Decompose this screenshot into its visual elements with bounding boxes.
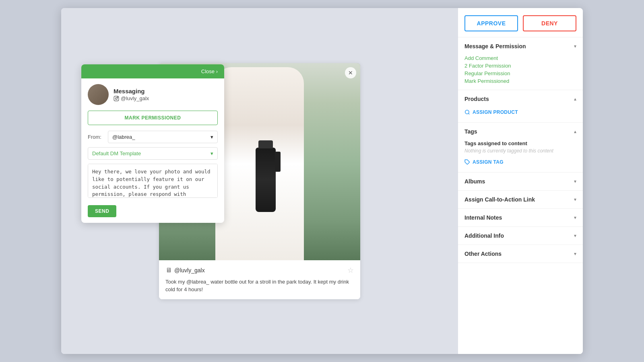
mark-permissioned-link[interactable]: Mark Permissioned [464, 78, 576, 84]
additional-info-section: Additional Info ▾ [458, 227, 583, 245]
tags-title: Tags [464, 128, 477, 135]
messaging-title: Messaging [114, 88, 149, 95]
svg-point-4 [465, 110, 469, 114]
albums-header[interactable]: Albums ▾ [458, 173, 583, 190]
additional-info-chevron: ▾ [574, 233, 576, 239]
user-info-row: Messaging @luvly_galx [88, 84, 218, 105]
internal-notes-header[interactable]: Internal Notes ▾ [458, 209, 583, 226]
from-select-arrow: ▾ [211, 134, 213, 140]
image-close-button[interactable]: ✕ [345, 67, 356, 78]
svg-point-2 [116, 97, 118, 99]
send-button[interactable]: SEND [88, 205, 116, 217]
message-textarea[interactable]: Hey there, we love your photo and would … [88, 164, 218, 198]
tags-content: Tags assigned to content Nothing is curr… [458, 140, 583, 172]
internal-notes-section: Internal Notes ▾ [458, 209, 583, 227]
mark-permissioned-button[interactable]: MARK PERMISSIONED [88, 111, 218, 125]
cta-chevron: ▾ [574, 197, 576, 202]
other-actions-header[interactable]: Other Actions ▾ [458, 245, 583, 263]
tags-chevron: ▴ [574, 129, 576, 134]
cta-title: Assign Call-to-Action Link [464, 196, 535, 203]
products-title: Products [464, 96, 489, 102]
messaging-close-button[interactable]: Close › [201, 68, 218, 74]
permission-links: Add Comment 2 Factor Permission Regular … [464, 55, 576, 84]
add-comment-link[interactable]: Add Comment [464, 55, 576, 61]
content-area: ✕ › 🖥 @luvly_galx ☆ Took my @labrea_ wat… [61, 8, 458, 354]
svg-point-3 [117, 97, 118, 97]
products-chevron: ▴ [574, 96, 576, 102]
message-permission-content: Add Comment 2 Factor Permission Regular … [458, 55, 583, 90]
additional-info-header[interactable]: Additional Info ▾ [458, 227, 583, 245]
from-label: From: [88, 134, 104, 140]
messaging-body: Messaging @luvly_galx MARK PERMISSIONED [81, 78, 224, 223]
right-panel: APPROVE DENY Message & Permission ▾ Add … [458, 8, 583, 354]
message-permission-chevron: ▾ [574, 43, 576, 49]
avatar [88, 84, 109, 105]
assign-product-button[interactable]: ASSIGN PRODUCT [464, 108, 518, 117]
monitor-icon: 🖥 [165, 267, 172, 274]
products-header[interactable]: Products ▴ [458, 90, 583, 108]
from-row: From: @labrea_ ▾ [88, 131, 218, 143]
cta-header[interactable]: Assign Call-to-Action Link ▾ [458, 191, 583, 208]
post-footer: 🖥 @luvly_galx ☆ Took my @labrea_ water b… [159, 260, 360, 299]
post-caption: Took my @labrea_ water bottle out for a … [165, 278, 354, 294]
additional-info-title: Additional Info [464, 232, 504, 239]
internal-notes-chevron: ▾ [574, 215, 576, 220]
messaging-panel: Close › Messaging [81, 64, 224, 223]
other-actions-title: Other Actions [464, 251, 502, 257]
two-factor-link[interactable]: 2 Factor Permission [464, 63, 576, 69]
messaging-header: Close › [81, 64, 224, 78]
albums-chevron: ▾ [574, 179, 576, 184]
approve-button[interactable]: APPROVE [464, 15, 518, 31]
bottle-element [256, 148, 276, 212]
albums-section: Albums ▾ [458, 173, 583, 191]
message-permission-section: Message & Permission ▾ Add Comment 2 Fac… [458, 37, 583, 90]
tags-empty-text: Nothing is currently tagged to this cont… [464, 148, 576, 154]
tags-section: Tags ▴ Tags assigned to content Nothing … [458, 123, 583, 173]
template-select[interactable]: Default DM Template ▾ [88, 147, 218, 160]
tags-assigned-label: Tags assigned to content [464, 140, 576, 146]
other-actions-section: Other Actions ▾ [458, 245, 583, 263]
tags-header[interactable]: Tags ▴ [458, 123, 583, 140]
message-permission-title: Message & Permission [464, 43, 526, 49]
post-username-text: @luvly_galx [174, 267, 205, 274]
svg-line-5 [469, 113, 470, 115]
from-select[interactable]: @labrea_ ▾ [108, 131, 218, 143]
bookmark-icon[interactable]: ☆ [347, 266, 354, 275]
deny-button[interactable]: DENY [523, 15, 576, 31]
products-content: ASSIGN PRODUCT [458, 108, 583, 122]
user-details: Messaging @luvly_galx [114, 88, 149, 101]
other-actions-chevron: ▾ [574, 251, 576, 257]
regular-permission-link[interactable]: Regular Permission [464, 70, 576, 76]
message-permission-header[interactable]: Message & Permission ▾ [458, 37, 583, 55]
internal-notes-title: Internal Notes [464, 214, 502, 221]
assign-tag-button[interactable]: ASSIGN TAG [464, 158, 504, 167]
products-section: Products ▴ ASSIGN PRODUCT [458, 90, 583, 123]
cta-section: Assign Call-to-Action Link ▾ [458, 191, 583, 209]
template-select-arrow: ▾ [211, 150, 213, 156]
messaging-handle: @luvly_galx [114, 95, 149, 101]
albums-title: Albums [464, 178, 485, 185]
action-buttons-row: APPROVE DENY [458, 8, 583, 37]
